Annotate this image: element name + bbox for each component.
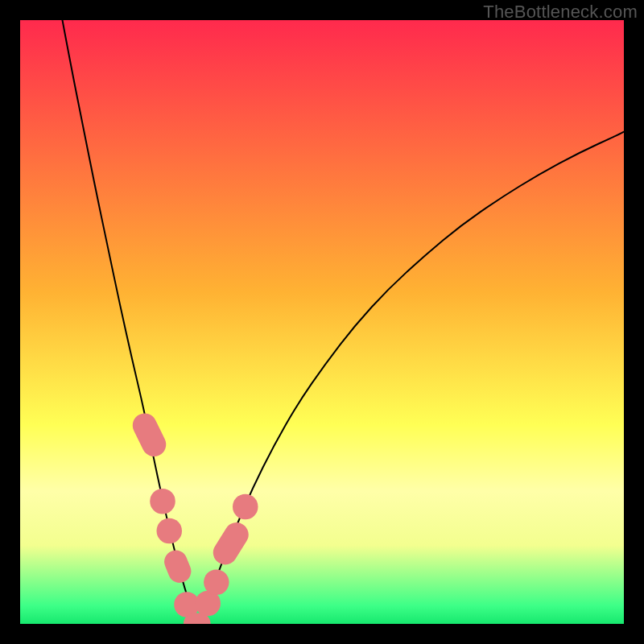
gradient-background — [20, 20, 624, 624]
chart-frame: TheBottleneck.com — [0, 0, 644, 644]
marker-dot — [233, 494, 258, 520]
bottleneck-chart — [20, 20, 624, 624]
marker-dot — [157, 518, 183, 544]
marker-dot — [150, 489, 175, 514]
marker-dot — [204, 570, 229, 596]
